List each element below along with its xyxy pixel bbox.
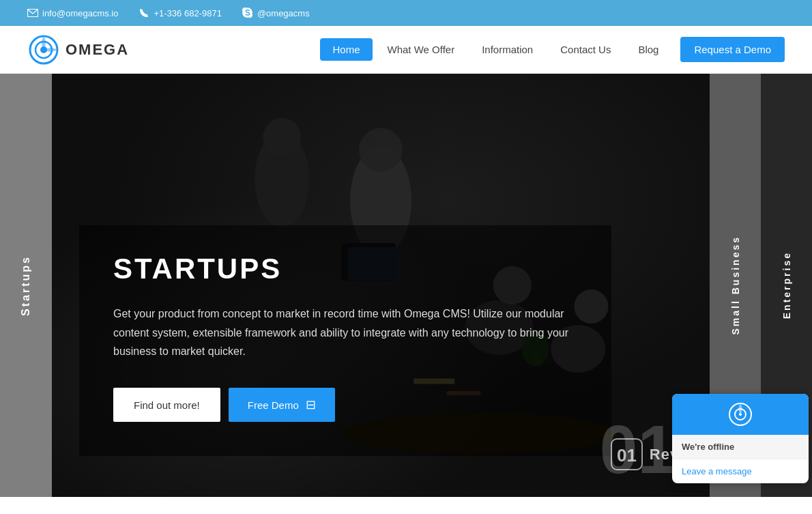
side-tab-enterprise-label: Enterprise <box>781 251 792 319</box>
chat-widget-status: We're offline <box>672 435 809 459</box>
phone-item[interactable]: +1-336 682-9871 <box>139 8 221 18</box>
hero-title: STARTUPS <box>113 253 577 285</box>
skype-icon <box>242 8 253 18</box>
nav-information[interactable]: Information <box>469 38 545 61</box>
side-tab-small-business-label: Small Business <box>730 235 741 335</box>
nav-blog[interactable]: Blog <box>626 38 671 61</box>
phone-text: +1-336 682-9871 <box>154 8 221 18</box>
email-text: info@omegacms.io <box>42 8 118 18</box>
chat-widget-logo <box>672 394 809 435</box>
logo-text: OMEGA <box>66 41 129 59</box>
skype-item[interactable]: @omegacms <box>242 8 310 18</box>
revain-logo-icon: 01 <box>608 436 646 473</box>
email-item[interactable]: info@omegacms.io <box>27 8 118 18</box>
hero-section: Startups <box>0 74 812 497</box>
chat-widget: We're offline Leave a message <box>672 394 809 483</box>
navbar: OMEGA Home What We Offer Information Con… <box>0 26 812 74</box>
hero-buttons: Find out more! Free Demo ⊟ <box>113 388 577 422</box>
nav-contact[interactable]: Contact Us <box>548 38 623 61</box>
chat-logo-icon <box>728 402 753 427</box>
nav-what-we-offer[interactable]: What We Offer <box>375 38 467 61</box>
find-out-more-button[interactable]: Find out more! <box>113 388 220 422</box>
free-demo-label: Free Demo <box>248 399 299 411</box>
svg-text:01: 01 <box>617 445 637 466</box>
logo[interactable]: OMEGA <box>27 33 129 66</box>
free-demo-button[interactable]: Free Demo ⊟ <box>229 388 335 422</box>
side-tab-startups[interactable]: Startups <box>0 74 52 497</box>
nav-home[interactable]: Home <box>320 38 372 61</box>
skype-text: @omegacms <box>257 8 310 18</box>
chat-leave-message[interactable]: Leave a message <box>672 459 809 483</box>
nav-links: Home What We Offer Information Contact U… <box>320 37 785 62</box>
email-icon <box>27 8 38 18</box>
top-bar: info@omegacms.io +1-336 682-9871 @omegac… <box>0 0 812 26</box>
logo-icon <box>27 33 60 66</box>
monitor-icon: ⊟ <box>306 397 316 412</box>
phone-icon <box>139 8 149 18</box>
chat-offline-label: We're offline <box>682 442 799 452</box>
hero-inner-box: STARTUPS Get your product from concept t… <box>79 225 611 456</box>
request-demo-button[interactable]: Request a Demo <box>680 37 785 62</box>
side-tab-startups-label: Startups <box>20 255 32 316</box>
hero-description: Get your product from concept to market … <box>113 304 577 360</box>
